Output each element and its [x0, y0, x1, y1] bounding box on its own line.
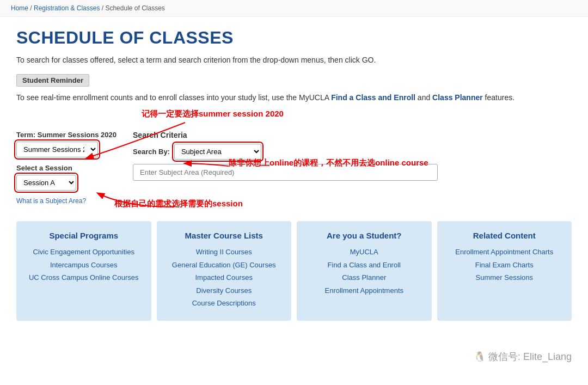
reminder-text: To see real-time enrollment counts and t… [16, 92, 514, 103]
search-criteria-title: Search Criteria [133, 131, 572, 139]
page-title: SCHEDULE OF CLASSES [16, 28, 572, 48]
search-section-wrapper: 记得一定要选择summer session 2020 除非你想上online的课… [16, 114, 572, 205]
breadcrumb-home[interactable]: Home [11, 4, 28, 12]
intercampus-link[interactable]: Intercampus Courses [24, 260, 144, 271]
civic-engagement-link[interactable]: Civic Engagement Opportunities [24, 247, 144, 258]
card-are-you-student-title: Are you a Student? [304, 231, 424, 240]
impacted-courses-link[interactable]: Impacted Courses [164, 272, 284, 283]
course-descriptions-link[interactable]: Course Descriptions [164, 298, 284, 309]
subject-area-link[interactable]: What is a Subject Area? [16, 197, 86, 205]
class-planner-card-link[interactable]: Class Planner [304, 272, 424, 283]
search-by-label: Search By: [133, 148, 170, 156]
search-by-select[interactable]: Subject AreaCourse NumberInstructor [174, 144, 261, 160]
session-select[interactable]: Session ASession BSession C [16, 175, 76, 191]
session-field: Select a Session Session ASession BSessi… [16, 164, 117, 191]
session-label: Select a Session [16, 164, 117, 172]
ge-courses-link[interactable]: General Education (GE) Courses [164, 260, 284, 271]
watermark: 🐧 微信号: Elite_Liang [474, 350, 572, 363]
enrollment-appointment-charts-link[interactable]: Enrollment Appointment Charts [445, 247, 565, 258]
myucla-link[interactable]: MyUCLA [304, 247, 424, 258]
intro-text: To search for classes offered, select a … [16, 56, 572, 64]
reminder-row: Student Reminder To see real-time enroll… [16, 74, 572, 103]
writing-ii-link[interactable]: Writing II Courses [164, 247, 284, 258]
bottom-cards: Special Programs Civic Engagement Opport… [16, 221, 572, 321]
term-field: Term: Summer Sessions 2020 Summer Sessio… [16, 131, 117, 157]
card-special-programs-title: Special Programs [24, 231, 144, 240]
card-master-course-lists-title: Master Course Lists [164, 231, 284, 240]
summer-sessions-link[interactable]: Summer Sessions [445, 272, 565, 283]
breadcrumb-reg-classes[interactable]: Registration & Classes [34, 4, 100, 12]
main-content: SCHEDULE OF CLASSES To search for classe… [0, 17, 588, 332]
term-session-column: Term: Summer Sessions 2020 Summer Sessio… [16, 131, 117, 205]
search-by-row: Search By: Subject AreaCourse NumberInst… [133, 144, 572, 160]
breadcrumb-current: Schedule of Classes [105, 4, 164, 12]
card-master-course-lists: Master Course Lists Writing II Courses G… [157, 221, 292, 321]
reminder-badge: Student Reminder [16, 74, 89, 87]
class-planner-link[interactable]: Class Planner [432, 93, 483, 102]
enrollment-appointments-link[interactable]: Enrollment Appointments [304, 285, 424, 296]
subject-area-input[interactable] [133, 164, 438, 181]
card-are-you-student: Are you a Student? MyUCLA Find a Class a… [297, 221, 432, 321]
card-special-programs: Special Programs Civic Engagement Opport… [16, 221, 151, 321]
card-related-content: Related Content Enrollment Appointment C… [437, 221, 572, 321]
uc-cross-campus-link[interactable]: UC Cross Campus Online Courses [24, 272, 144, 283]
search-criteria-column: Search Criteria Search By: Subject AreaC… [133, 131, 572, 181]
term-label: Term: Summer Sessions 2020 [16, 131, 117, 139]
search-form-row: Term: Summer Sessions 2020 Summer Sessio… [16, 114, 572, 205]
final-exam-charts-link[interactable]: Final Exam Charts [445, 260, 565, 271]
card-related-content-title: Related Content [445, 231, 565, 240]
find-class-enroll-card-link[interactable]: Find a Class and Enroll [304, 260, 424, 271]
breadcrumb: Home / Registration & Classes / Schedule… [0, 0, 588, 17]
diversity-courses-link[interactable]: Diversity Courses [164, 285, 284, 296]
find-class-enroll-link[interactable]: Find a Class and Enroll [331, 93, 415, 102]
term-select[interactable]: Summer Sessions 2020Fall 2020Spring 2020 [16, 142, 98, 157]
